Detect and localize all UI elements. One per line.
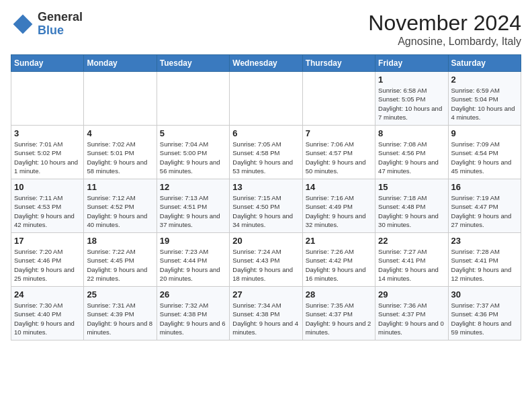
- day-number: 5: [160, 128, 226, 138]
- calendar-cell: 12Sunrise: 7:13 AMSunset: 4:51 PMDayligh…: [157, 179, 229, 233]
- calendar-cell: 10Sunrise: 7:11 AMSunset: 4:53 PMDayligh…: [11, 179, 84, 233]
- day-info: Sunrise: 7:18 AMSunset: 4:48 PMDaylight:…: [378, 193, 445, 229]
- col-saturday: Saturday: [448, 55, 521, 72]
- calendar-cell: 5Sunrise: 7:04 AMSunset: 5:00 PMDaylight…: [157, 126, 229, 179]
- calendar-cell: 6Sunrise: 7:05 AMSunset: 4:58 PMDaylight…: [230, 126, 302, 179]
- col-monday: Monday: [84, 55, 157, 72]
- day-number: 28: [306, 289, 372, 300]
- day-info: Sunrise: 7:30 AMSunset: 4:40 PMDaylight:…: [14, 301, 81, 336]
- calendar-cell: 9Sunrise: 7:09 AMSunset: 4:54 PMDaylight…: [448, 126, 521, 179]
- location-title: Agnosine, Lombardy, Italy: [368, 36, 521, 48]
- day-info: Sunrise: 7:15 AMSunset: 4:50 PMDaylight:…: [232, 193, 299, 229]
- calendar-cell: 22Sunrise: 7:27 AMSunset: 4:41 PMDayligh…: [375, 233, 448, 287]
- day-info: Sunrise: 7:02 AMSunset: 5:01 PMDaylight:…: [87, 140, 153, 175]
- calendar-cell: 18Sunrise: 7:22 AMSunset: 4:45 PMDayligh…: [84, 233, 157, 287]
- calendar-cell: 29Sunrise: 7:36 AMSunset: 4:37 PMDayligh…: [375, 287, 448, 340]
- calendar-cell: 4Sunrise: 7:02 AMSunset: 5:01 PMDaylight…: [84, 126, 157, 179]
- day-number: 25: [87, 289, 153, 300]
- day-info: Sunrise: 7:28 AMSunset: 4:41 PMDaylight:…: [451, 247, 518, 283]
- calendar-week-1: 1Sunrise: 6:58 AMSunset: 5:05 PMDaylight…: [11, 72, 521, 126]
- calendar-week-2: 3Sunrise: 7:01 AMSunset: 5:02 PMDaylight…: [11, 126, 521, 179]
- day-number: 24: [14, 289, 81, 300]
- calendar-cell: 13Sunrise: 7:15 AMSunset: 4:50 PMDayligh…: [230, 179, 302, 233]
- day-number: 18: [87, 236, 153, 246]
- calendar-cell: 30Sunrise: 7:37 AMSunset: 4:36 PMDayligh…: [448, 287, 521, 340]
- day-info: Sunrise: 7:11 AMSunset: 4:53 PMDaylight:…: [14, 193, 81, 229]
- day-number: 17: [14, 236, 81, 246]
- calendar-cell: 21Sunrise: 7:26 AMSunset: 4:42 PMDayligh…: [302, 233, 375, 287]
- calendar-cell: 20Sunrise: 7:24 AMSunset: 4:43 PMDayligh…: [230, 233, 302, 287]
- logo-general-text: General: [38, 11, 83, 24]
- calendar-cell: 11Sunrise: 7:12 AMSunset: 4:52 PMDayligh…: [84, 179, 157, 233]
- day-number: 16: [451, 182, 518, 192]
- calendar-cell: 1Sunrise: 6:58 AMSunset: 5:05 PMDaylight…: [375, 72, 448, 126]
- day-number: 21: [306, 236, 372, 246]
- day-info: Sunrise: 7:04 AMSunset: 5:00 PMDaylight:…: [160, 140, 226, 175]
- day-info: Sunrise: 6:58 AMSunset: 5:05 PMDaylight:…: [378, 86, 445, 122]
- calendar-cell: [302, 72, 375, 126]
- day-number: 11: [87, 182, 153, 192]
- day-info: Sunrise: 7:31 AMSunset: 4:39 PMDaylight:…: [87, 301, 153, 336]
- day-info: Sunrise: 7:34 AMSunset: 4:38 PMDaylight:…: [232, 301, 299, 336]
- day-info: Sunrise: 7:27 AMSunset: 4:41 PMDaylight:…: [378, 247, 445, 283]
- day-info: Sunrise: 7:20 AMSunset: 4:46 PMDaylight:…: [14, 247, 81, 283]
- day-number: 2: [451, 75, 518, 85]
- day-info: Sunrise: 7:24 AMSunset: 4:43 PMDaylight:…: [232, 247, 299, 283]
- col-sunday: Sunday: [11, 55, 84, 72]
- calendar-cell: 23Sunrise: 7:28 AMSunset: 4:41 PMDayligh…: [448, 233, 521, 287]
- day-number: 19: [160, 236, 226, 246]
- day-number: 4: [87, 128, 153, 138]
- calendar-cell: 26Sunrise: 7:32 AMSunset: 4:38 PMDayligh…: [157, 287, 229, 340]
- calendar-cell: 8Sunrise: 7:08 AMSunset: 4:56 PMDaylight…: [375, 126, 448, 179]
- col-thursday: Thursday: [302, 55, 375, 72]
- logo-text: General Blue: [38, 11, 83, 38]
- calendar-cell: 16Sunrise: 7:19 AMSunset: 4:47 PMDayligh…: [448, 179, 521, 233]
- day-number: 3: [14, 128, 81, 138]
- day-info: Sunrise: 7:35 AMSunset: 4:37 PMDaylight:…: [306, 301, 372, 336]
- calendar-week-4: 17Sunrise: 7:20 AMSunset: 4:46 PMDayligh…: [11, 233, 521, 287]
- day-info: Sunrise: 7:19 AMSunset: 4:47 PMDaylight:…: [451, 193, 518, 229]
- day-number: 30: [451, 289, 518, 300]
- day-number: 8: [378, 128, 445, 138]
- day-info: Sunrise: 7:16 AMSunset: 4:49 PMDaylight:…: [306, 193, 372, 229]
- calendar-week-5: 24Sunrise: 7:30 AMSunset: 4:40 PMDayligh…: [11, 287, 521, 340]
- day-number: 29: [378, 289, 445, 300]
- calendar-week-3: 10Sunrise: 7:11 AMSunset: 4:53 PMDayligh…: [11, 179, 521, 233]
- day-number: 7: [306, 128, 372, 138]
- svg-marker-0: [13, 14, 33, 34]
- calendar-table: Sunday Monday Tuesday Wednesday Thursday…: [11, 54, 521, 340]
- calendar-cell: 27Sunrise: 7:34 AMSunset: 4:38 PMDayligh…: [230, 287, 302, 340]
- calendar-cell: 25Sunrise: 7:31 AMSunset: 4:39 PMDayligh…: [84, 287, 157, 340]
- day-info: Sunrise: 7:22 AMSunset: 4:45 PMDaylight:…: [87, 247, 153, 283]
- day-info: Sunrise: 7:09 AMSunset: 4:54 PMDaylight:…: [451, 140, 518, 175]
- day-info: Sunrise: 7:01 AMSunset: 5:02 PMDaylight:…: [14, 140, 81, 175]
- logo-icon: [11, 12, 35, 36]
- calendar-cell: 3Sunrise: 7:01 AMSunset: 5:02 PMDaylight…: [11, 126, 84, 179]
- day-number: 13: [232, 182, 299, 192]
- day-number: 10: [14, 182, 81, 192]
- col-wednesday: Wednesday: [230, 55, 302, 72]
- calendar-cell: 2Sunrise: 6:59 AMSunset: 5:04 PMDaylight…: [448, 72, 521, 126]
- calendar-cell: 17Sunrise: 7:20 AMSunset: 4:46 PMDayligh…: [11, 233, 84, 287]
- calendar-cell: [157, 72, 229, 126]
- day-number: 14: [306, 182, 372, 192]
- calendar-header: Sunday Monday Tuesday Wednesday Thursday…: [11, 55, 521, 72]
- day-info: Sunrise: 7:08 AMSunset: 4:56 PMDaylight:…: [378, 140, 445, 175]
- day-info: Sunrise: 7:13 AMSunset: 4:51 PMDaylight:…: [160, 193, 226, 229]
- title-area: November 2024 Agnosine, Lombardy, Italy: [368, 11, 521, 48]
- day-number: 23: [451, 236, 518, 246]
- day-number: 26: [160, 289, 226, 300]
- header: General Blue November 2024 Agnosine, Lom…: [11, 11, 521, 48]
- logo: General Blue: [11, 11, 83, 38]
- calendar-cell: 28Sunrise: 7:35 AMSunset: 4:37 PMDayligh…: [302, 287, 375, 340]
- calendar-cell: 7Sunrise: 7:06 AMSunset: 4:57 PMDaylight…: [302, 126, 375, 179]
- calendar-body: 1Sunrise: 6:58 AMSunset: 5:05 PMDaylight…: [11, 72, 521, 340]
- day-number: 20: [232, 236, 299, 246]
- day-info: Sunrise: 7:36 AMSunset: 4:37 PMDaylight:…: [378, 301, 445, 336]
- calendar-cell: [84, 72, 157, 126]
- day-number: 15: [378, 182, 445, 192]
- day-number: 9: [451, 128, 518, 138]
- col-tuesday: Tuesday: [157, 55, 229, 72]
- calendar-cell: 14Sunrise: 7:16 AMSunset: 4:49 PMDayligh…: [302, 179, 375, 233]
- month-title: November 2024: [368, 11, 521, 36]
